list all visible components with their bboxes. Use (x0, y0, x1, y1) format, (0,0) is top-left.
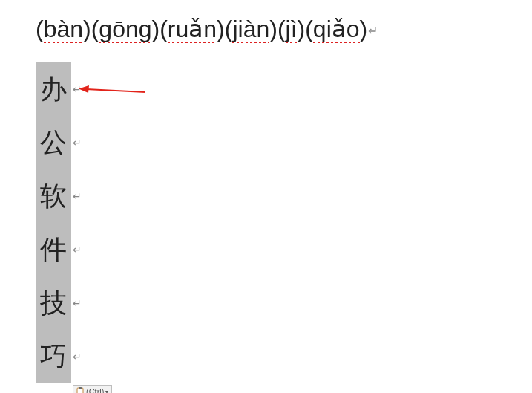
annotation-arrow (79, 83, 145, 98)
svg-rect-2 (77, 388, 83, 393)
clipboard-icon (76, 387, 84, 393)
line-break-mark: ↵ (73, 83, 82, 95)
char-text: 技 (40, 285, 67, 322)
line-break-mark: ↵ (73, 137, 82, 149)
paragraph-mark: ↵ (368, 25, 378, 37)
char-cell: 公 ↵ (36, 116, 71, 169)
pinyin-text: jiàn (232, 16, 269, 45)
pinyin-group: (jì) (278, 16, 305, 45)
svg-line-0 (86, 89, 145, 92)
pinyin-text: ruǎn (168, 15, 217, 45)
char-cell: 办 ↵ (36, 62, 71, 116)
dropdown-icon: ▾ (105, 389, 108, 394)
char-cell: 巧 ↵ (36, 330, 71, 383)
pinyin-text: jì (286, 16, 298, 45)
char-cell: 软 ↵ (36, 169, 71, 223)
pinyin-text: bàn (44, 16, 83, 45)
char-text: 巧 (40, 339, 67, 375)
line-break-mark: ↵ (73, 351, 82, 363)
line-break-mark: ↵ (73, 190, 82, 202)
pinyin-group: (gōng) (91, 16, 160, 45)
line-break-mark: ↵ (73, 297, 82, 309)
svg-rect-3 (79, 387, 82, 389)
char-text: 件 (40, 232, 67, 268)
paste-options-button[interactable]: (Ctrl) ▾ (73, 385, 112, 393)
line-break-mark: ↵ (73, 244, 82, 256)
pinyin-group: (jiàn) (225, 16, 278, 45)
pinyin-line: (bàn)(gōng)(ruǎn)(jiàn)(jì)(qiǎo)↵ (36, 15, 378, 45)
pinyin-group: (ruǎn) (160, 15, 225, 45)
char-text: 公 (40, 125, 67, 161)
char-text: 办 (40, 71, 67, 108)
vertical-text-column: 办 ↵ 公 ↵ 软 ↵ 件 ↵ 技 ↵ 巧 ↵ (36, 62, 71, 383)
pinyin-text: qiǎo (313, 15, 360, 45)
char-cell: 件 ↵ (36, 223, 71, 276)
paste-label: (Ctrl) (86, 387, 104, 393)
pinyin-group: (qiǎo) (305, 15, 367, 45)
char-text: 软 (40, 178, 67, 215)
pinyin-text: gōng (99, 16, 151, 45)
char-cell: 技 ↵ (36, 276, 71, 330)
pinyin-group: (bàn) (36, 16, 91, 45)
